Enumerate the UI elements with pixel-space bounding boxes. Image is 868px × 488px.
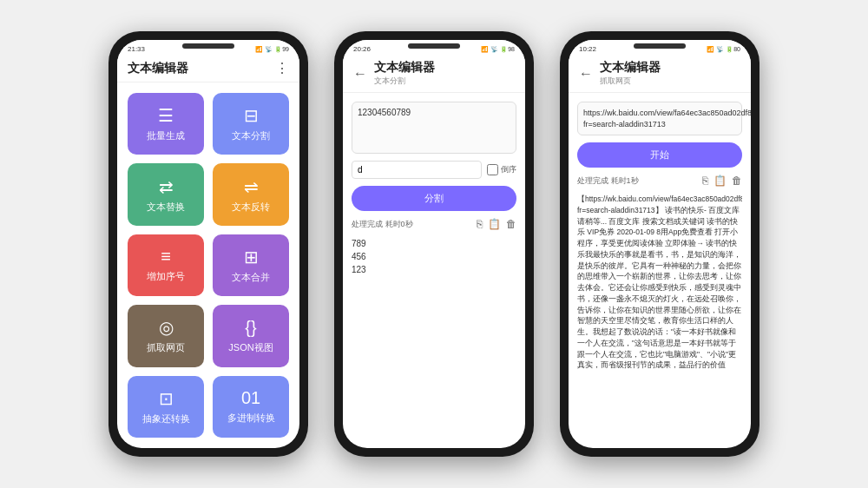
checkbox-row: 倒序 xyxy=(487,164,516,175)
app-title-3: 文本编辑器 xyxy=(600,60,740,76)
signal-icon-1: 📶 xyxy=(255,46,263,53)
phone-2-screen: 20:26 📶 📡 🔋98 ← 文本编辑器 文本分割 12304560789 xyxy=(343,40,525,448)
split-label: 文本分割 xyxy=(232,129,270,142)
extract-label: 抓取网页 xyxy=(147,341,185,354)
separator-input[interactable] xyxy=(352,161,482,179)
wifi-icon-3: 📡 xyxy=(716,46,724,53)
battery-2: 🔋98 xyxy=(500,46,515,53)
url-text: https://wk.baidu.com/view/fa64ec3ac850ad… xyxy=(583,109,751,129)
delete-icon-3[interactable]: 🗑 xyxy=(732,175,742,187)
extracted-content: 【https://wk.baidu.com/view/fa64ec3ac850a… xyxy=(577,195,742,369)
status-icons-3: 📶 📡 🔋80 xyxy=(707,46,740,53)
app-title-1: 文本编辑器 xyxy=(128,61,188,76)
phone-3: 10:22 📶 📡 🔋80 ← 文本编辑器 抓取网页 https://wk.ba… xyxy=(560,31,760,457)
result-icons-3: ⎘ 📋 🗑 xyxy=(702,175,742,187)
phone2-content: 12304560789 倒序 分割 处理完成 耗时0秒 ⎘ 📋 🗑 xyxy=(343,93,525,448)
battery-3: 🔋80 xyxy=(726,46,740,53)
status-bar-2: 20:26 📶 📡 🔋98 xyxy=(343,40,525,55)
phone-1-screen: 21:33 📶 📡 🔋99 文本编辑器 ⋮ ☰ 批量生成 ⊟ xyxy=(117,40,299,448)
signal-icon-3: 📶 xyxy=(707,46,714,53)
phone-1: 21:33 📶 📡 🔋99 文本编辑器 ⋮ ☰ 批量生成 ⊟ xyxy=(108,31,308,457)
merge-label: 文本合并 xyxy=(232,271,270,284)
app-subtitle-2: 文本分割 xyxy=(374,76,515,87)
time-1: 21:33 xyxy=(128,45,145,53)
time-2: 20:26 xyxy=(353,45,371,53)
result-line-1: 789 xyxy=(352,237,516,250)
menu-multi[interactable]: 01 多进制转换 xyxy=(213,376,289,438)
result-icons: ⎘ 📋 🗑 xyxy=(477,218,516,230)
batch-icon: ☰ xyxy=(158,105,174,126)
app-header-1: 文本编辑器 ⋮ xyxy=(117,55,299,82)
result-line-2: 456 xyxy=(352,250,516,263)
multi-label: 多进制转换 xyxy=(227,412,275,425)
signal-icon-2: 📶 xyxy=(481,46,489,53)
extract-icon: ◎ xyxy=(159,317,174,338)
sequence-icon: ≡ xyxy=(161,247,171,267)
text-input-2[interactable]: 12304560789 xyxy=(352,102,516,154)
scene: 21:33 📶 📡 🔋99 文本编辑器 ⋮ ☰ 批量生成 ⊟ xyxy=(0,0,868,488)
json-icon: {} xyxy=(245,318,256,338)
result-text: 789 456 123 xyxy=(352,237,516,276)
reverse-icon: ⇌ xyxy=(244,176,259,197)
extracted-text: 【https://wk.baidu.com/view/fa64ec3ac850a… xyxy=(577,194,742,439)
replace-label: 文本替换 xyxy=(147,201,185,214)
abstract-icon: ⊡ xyxy=(159,388,174,409)
wifi-icon-1: 📡 xyxy=(265,46,273,53)
delete-icon[interactable]: 🗑 xyxy=(506,218,516,230)
time-3: 10:22 xyxy=(579,45,596,53)
checkbox-label: 倒序 xyxy=(501,164,516,175)
start-button[interactable]: 开始 xyxy=(577,142,742,168)
copy-all-icon-3[interactable]: ⎘ xyxy=(702,175,708,187)
back-button-2[interactable]: ← xyxy=(353,66,367,82)
app-header-3: ← 文本编辑器 抓取网页 xyxy=(569,55,751,93)
status-text-3: 处理完成 耗时1秒 xyxy=(577,175,639,187)
json-label: JSON视图 xyxy=(228,341,273,354)
wifi-icon-2: 📡 xyxy=(490,46,498,53)
copy-icon-3[interactable]: 📋 xyxy=(713,175,727,187)
copy-icon[interactable]: 📋 xyxy=(488,218,501,230)
menu-sequence[interactable]: ≡ 增加序号 xyxy=(128,234,204,296)
result-line-3: 123 xyxy=(352,263,516,276)
app-header-2: ← 文本编辑器 文本分割 xyxy=(343,55,525,93)
status-bar-1: 21:33 📶 📡 🔋99 xyxy=(117,40,299,55)
phone-2: 20:26 📶 📡 🔋98 ← 文本编辑器 文本分割 12304560789 xyxy=(334,31,534,457)
batch-label: 批量生成 xyxy=(147,129,185,142)
status-icons-2: 📶 📡 🔋98 xyxy=(481,46,515,53)
abstract-label: 抽象还转换 xyxy=(142,412,190,425)
app-title-2: 文本编辑器 xyxy=(374,60,515,76)
status-bar-3: 10:22 📶 📡 🔋80 xyxy=(569,40,751,55)
phone3-content: https://wk.baidu.com/view/fa64ec3ac850ad… xyxy=(569,93,751,448)
reverse-checkbox[interactable] xyxy=(487,164,498,175)
input-text-2: 12304560789 xyxy=(358,108,411,117)
battery-1: 🔋99 xyxy=(274,46,289,53)
status-icons-1: 📶 📡 🔋99 xyxy=(255,46,289,53)
menu-merge[interactable]: ⊞ 文本合并 xyxy=(213,234,289,296)
result-bar: 处理完成 耗时0秒 ⎘ 📋 🗑 xyxy=(352,218,516,230)
split-button[interactable]: 分割 xyxy=(352,186,516,211)
menu-json[interactable]: {} JSON视图 xyxy=(213,305,289,366)
status-text-2: 处理完成 耗时0秒 xyxy=(352,219,413,230)
merge-icon: ⊞ xyxy=(244,247,259,267)
menu-replace[interactable]: ⇄ 文本替换 xyxy=(128,163,204,225)
url-box[interactable]: https://wk.baidu.com/view/fa64ec3ac850ad… xyxy=(577,102,742,135)
phone-3-screen: 10:22 📶 📡 🔋80 ← 文本编辑器 抓取网页 https://wk.ba… xyxy=(569,40,751,448)
replace-icon: ⇄ xyxy=(159,176,174,197)
separator-row: 倒序 xyxy=(352,161,516,179)
multi-icon: 01 xyxy=(241,388,260,408)
menu-extract[interactable]: ◎ 抓取网页 xyxy=(128,305,204,366)
result-bar-3: 处理完成 耗时1秒 ⎘ 📋 🗑 xyxy=(577,175,742,187)
menu-grid: ☰ 批量生成 ⊟ 文本分割 ⇄ 文本替换 ⇌ 文本反转 ≡ 增加序号 xyxy=(117,82,299,448)
menu-split[interactable]: ⊟ 文本分割 xyxy=(213,93,289,155)
sequence-label: 增加序号 xyxy=(147,270,185,283)
menu-abstract[interactable]: ⊡ 抽象还转换 xyxy=(128,376,204,438)
split-icon: ⊟ xyxy=(244,105,259,126)
menu-reverse[interactable]: ⇌ 文本反转 xyxy=(213,163,289,225)
app-subtitle-3: 抓取网页 xyxy=(600,76,740,87)
reverse-label: 文本反转 xyxy=(232,201,270,214)
menu-batch[interactable]: ☰ 批量生成 xyxy=(128,93,204,155)
copy-all-icon[interactable]: ⎘ xyxy=(477,218,483,230)
back-button-3[interactable]: ← xyxy=(579,66,593,82)
menu-icon-1[interactable]: ⋮ xyxy=(275,60,289,76)
